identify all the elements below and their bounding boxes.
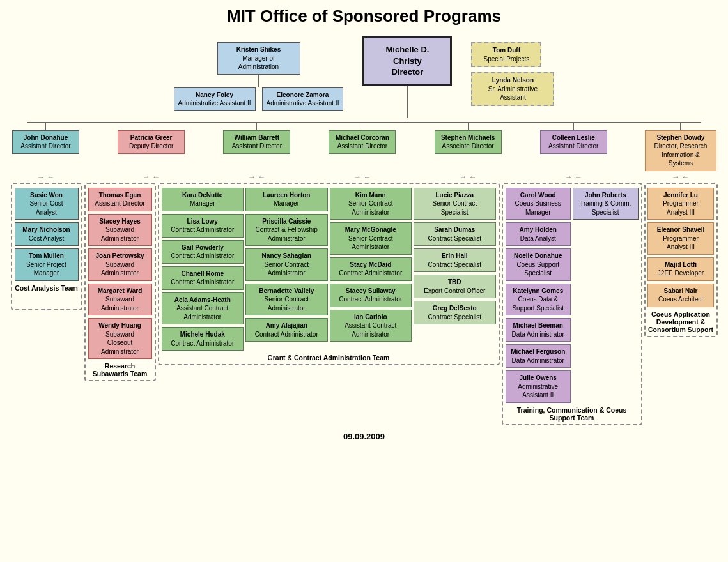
stacey-sullaway-box: Stacey Sullaway Contract Administrator <box>330 284 412 307</box>
katelynn-gomes-box: Katelynn Gomes Coeus Data & Support Spec… <box>506 284 571 316</box>
org-chart: Kristen Shikes Manager of Administration… <box>10 36 719 441</box>
page-title: MIT Office of Sponsored Programs <box>6 6 722 26</box>
grant-contract-team: Kara DeNutte Manager Lisa Lowy Contract … <box>158 183 500 366</box>
patricia-greer-box: Patricia Greer Deputy Director <box>118 130 185 154</box>
date-display: 09.09.2009 <box>10 432 719 441</box>
wendy-huang-box: Wendy Huang Subaward Closeout Administra… <box>88 318 152 359</box>
gail-powderly-box: Gail Powderly Contract Administrator <box>162 240 244 264</box>
cost-analysis-label: Cost Analysis Team <box>15 284 79 292</box>
tom-duff-box: Tom Duff Special Projects <box>471 42 541 67</box>
lucie-piazza-box: Lucie Piazza Senior Contract Specialist <box>414 188 496 220</box>
greg-delsesto-box: Greg DelSesto Contract Specialist <box>414 301 496 324</box>
john-roberts-box: John Roberts Training & Comm. Specialist <box>573 188 639 220</box>
margaret-ward-box: Margaret Ward Subaward Administrator <box>88 284 152 316</box>
sarah-dumas-box: Sarah Dumas Contract Specialist <box>414 222 496 246</box>
grant-contract-label: Grant & Contract Administration Team <box>162 354 496 361</box>
coeus-app-label: Coeus Application Development & Consorti… <box>648 310 714 333</box>
amy-alajajian-box: Amy Alajajian Contract Administrator <box>245 318 328 342</box>
lisa-lowy-box: Lisa Lowy Contract Administrator <box>162 214 244 238</box>
michael-beeman-box: Michael Beeman Data Administrator <box>506 318 571 342</box>
ian-cariolo-box: Ian Cariolo Assistant Contract Administr… <box>330 310 412 342</box>
stacy-mcdaid-box: Stacy McDaid Contract Administrator <box>330 257 412 281</box>
priscilla-caissie-box: Priscilla Caissie Contract & Fellowship … <box>245 214 328 247</box>
colleen-leslie-box: Colleen Leslie Assistant Director <box>540 130 607 154</box>
stephen-dowdy-box: Stephen Dowdy Director, Research Informa… <box>645 130 716 171</box>
acia-adams-heath-box: Acia Adams-Heath Assistant Contract Admi… <box>162 292 244 325</box>
john-donahue-box: John Donahue Assistant Director <box>12 130 79 154</box>
carol-wood-box: Carol Wood Coeus Business Manager <box>506 188 571 220</box>
kristen-shikes-box: Kristen Shikes Manager of Administration <box>217 42 300 75</box>
research-subawards-label: Research Subawards Team <box>88 362 152 377</box>
stephen-michaels-box: Stephen Michaels Associate Director <box>435 130 502 154</box>
eleonore-zamora-box: Eleonore Zamora Administrative Assistant… <box>262 87 344 111</box>
cost-analysis-team: Susie Won Senior Cost Analyst Mary Nicho… <box>11 183 82 310</box>
erin-hall-box: Erin Hall Contract Specialist <box>414 248 496 272</box>
jennifer-lu-box: Jennifer Lu Programmer Analyst III <box>647 188 714 220</box>
coeus-app-team: Jennifer Lu Programmer Analyst III Elean… <box>644 183 718 337</box>
tbd-box: TBD Export Control Officer <box>414 275 496 298</box>
bernadette-vallely-box: Bernadette Vallely Senior Contract Admin… <box>245 284 328 316</box>
research-subawards-team: Thomas Egan Assistant Director Stacey Ha… <box>84 183 156 382</box>
mary-mcgonagle-box: Mary McGonagle Senior Contract Administr… <box>330 222 412 255</box>
tom-mullen-box: Tom Mullen Senior Project Manager <box>15 248 79 281</box>
thomas-egan-box: Thomas Egan Assistant Director <box>88 188 152 211</box>
susie-won-box: Susie Won Senior Cost Analyst <box>15 188 79 220</box>
director-name: Michelle D. Christy <box>376 44 438 66</box>
nancy-foley-box: Nancy Foley Administrative Assistant II <box>174 87 256 111</box>
michael-ferguson-box: Michael Ferguson Data Administrator <box>506 344 571 368</box>
michele-hudak-box: Michele Hudak Contract Administrator <box>162 327 244 351</box>
laureen-horton-box: Laureen Horton Manager <box>245 188 328 211</box>
amy-holden-box: Amy Holden Data Analyst <box>506 222 571 246</box>
noelle-donahue-box: Noelle Donahue Coeus Support Specialist <box>506 248 571 281</box>
chanell-rome-box: Chanell Rome Contract Administrator <box>162 266 244 290</box>
sabari-nair-box: Sabari Nair Coeus Architect <box>647 284 714 307</box>
director-box: Michelle D. Christy Director <box>362 36 452 86</box>
page: MIT Office of Sponsored Programs Kristen… <box>0 0 728 448</box>
training-coeus-label: Training, Communication & Coeus Support … <box>506 406 639 422</box>
kim-mann-box: Kim Mann Senior Contract Administrator <box>330 188 412 220</box>
director-title: Director <box>376 66 438 78</box>
kara-denutte-box: Kara DeNutte Manager <box>162 188 244 211</box>
lynda-nelson-box: Lynda Nelson Sr. Administrative Assistan… <box>471 72 554 106</box>
stacey-hayes-box: Stacey Hayes Subaward Administrator <box>88 214 152 247</box>
julie-owens-box: Julie Owens Administrative Assistant II <box>506 370 571 403</box>
training-coeus-team: Carol Wood Coeus Business Manager Amy Ho… <box>502 183 642 425</box>
mary-nicholson-box: Mary Nicholson Cost Analyst <box>15 222 79 246</box>
nancy-sahagian-box: Nancy Sahagian Senior Contract Administr… <box>245 248 328 281</box>
william-barrett-box: William Barrett Assistant Director <box>223 130 290 154</box>
joan-petrowsky-box: Joan Petrowsky Subaward Administrator <box>88 248 152 281</box>
majid-lotfi-box: Majid Lotfi J2EE Developer <box>647 257 714 281</box>
michael-corcoran-box: Michael Corcoran Assistant Director <box>329 130 396 154</box>
eleanor-shavell-box: Eleanor Shavell Programmer Analyst III <box>647 222 714 255</box>
